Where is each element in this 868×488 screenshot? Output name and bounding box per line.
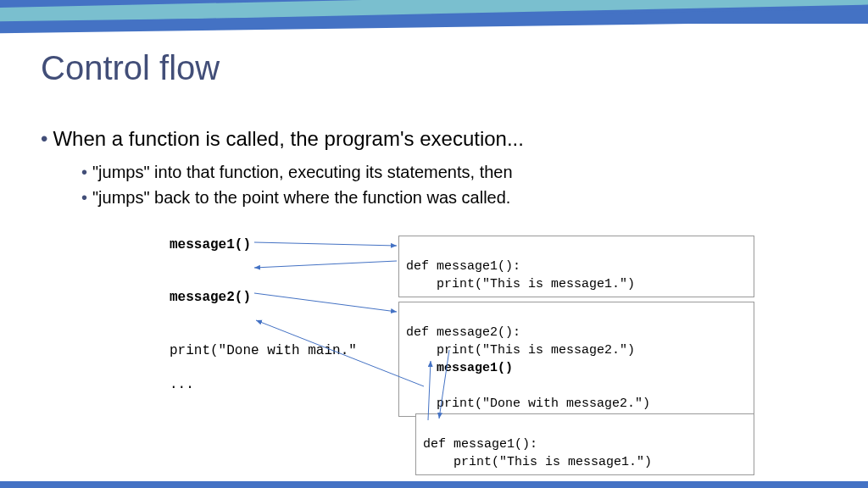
box2-l3: message1() bbox=[406, 361, 513, 375]
bullet-sub-1: •"jumps" into that function, executing i… bbox=[81, 159, 524, 185]
call-message2: message2() bbox=[170, 288, 381, 307]
def-message1-box-2: def message1(): print("This is message1.… bbox=[415, 413, 754, 475]
main-code: message1() message2() print("Done with m… bbox=[170, 236, 381, 396]
box2-l5: print("Done with message2.") bbox=[406, 396, 650, 411]
def-message1-box: def message1(): print("This is message1.… bbox=[398, 236, 754, 297]
bottom-band bbox=[0, 481, 868, 488]
box3-l2: print("This is message1.") bbox=[423, 455, 652, 469]
box2-l2: print("This is message2.") bbox=[406, 343, 635, 358]
box2-l1: def message2(): bbox=[406, 325, 520, 340]
slide: Control flow •When a function is called,… bbox=[0, 0, 868, 488]
bullet-main-text: When a function is called, the program's… bbox=[53, 127, 524, 150]
box1-l2: print("This is message1.") bbox=[406, 277, 635, 291]
bullet-sub1-text: "jumps" into that function, executing it… bbox=[92, 163, 513, 181]
def-message2-box: def message2(): print("This is message2.… bbox=[398, 302, 754, 417]
print-done-main: print("Done with main." bbox=[170, 341, 381, 360]
ellipsis: ... bbox=[170, 375, 381, 394]
box1-l1: def message1(): bbox=[406, 259, 520, 274]
call-message1: message1() bbox=[170, 236, 381, 254]
page-title: Control flow bbox=[41, 49, 220, 87]
box3-l1: def message1(): bbox=[423, 437, 537, 452]
bullet-sub-2: •"jumps" back to the point where the fun… bbox=[81, 185, 524, 210]
bullet-list: •When a function is called, the program'… bbox=[41, 127, 524, 210]
top-band-blue-lower bbox=[0, 0, 868, 37]
bullet-sub2-text: "jumps" back to the point where the func… bbox=[92, 188, 510, 207]
bullet-main: •When a function is called, the program'… bbox=[41, 127, 524, 151]
